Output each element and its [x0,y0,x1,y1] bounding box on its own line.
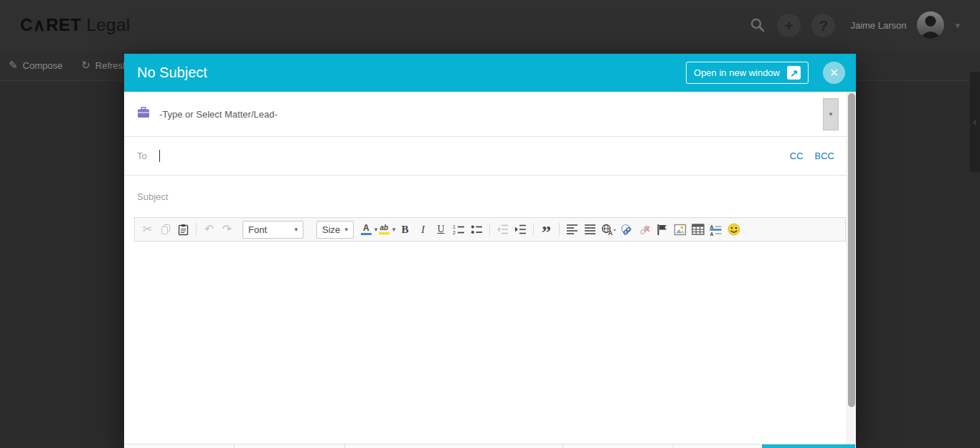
refresh-icon: ↻ [81,59,90,72]
increase-indent-icon[interactable] [512,220,529,239]
question-icon: ? [819,18,829,33]
svg-text:A: A [710,224,714,229]
horizontal-rule-icon[interactable]: AA [707,220,725,239]
chevron-down-icon: ▾ [344,226,348,233]
plus-icon: + [785,18,793,33]
modal-header: No Subject Open in new window ↗ × [124,54,856,92]
footer-divider [673,444,674,448]
modal-title: No Subject [137,65,686,81]
logo-text: C∧RET [20,15,81,34]
size-dropdown[interactable]: Size ▾ [316,221,354,239]
user-name: Jaime Larson [850,20,906,31]
matter-dropdown-button[interactable]: ▼ [823,98,839,130]
bold-icon[interactable]: B [396,220,414,239]
svg-text:2: 2 [453,230,456,235]
modal-scrollbar [847,92,856,444]
search-icon[interactable] [749,16,766,34]
chevron-down-icon: ▾ [374,226,378,233]
cc-bcc-links: CC BCC [790,151,834,161]
close-button[interactable]: × [823,62,845,84]
toolbar-separator [489,223,490,236]
toolbar-separator [559,223,560,236]
logo-caret-mark: ∧ [33,15,46,34]
text-color-icon[interactable]: A ▾ [360,220,378,239]
justify-icon[interactable] [581,220,599,239]
dropdown-arrow-icon: ▼ [828,111,834,118]
redo-icon[interactable]: ↷ [218,220,236,239]
external-link-icon: ↗ [787,66,801,80]
help-button[interactable]: ? [811,14,835,37]
svg-text:A: A [608,229,613,236]
chevron-down-icon: ▾ [392,226,396,233]
blockquote-icon[interactable]: ” [537,220,555,239]
anchor-flag-icon[interactable] [653,220,671,239]
paste-icon[interactable] [174,220,192,239]
highlight-color-icon[interactable]: ab ▾ [378,220,396,239]
app-logo: C∧RETLegal [20,15,131,35]
insert-table-icon[interactable] [689,220,707,239]
avatar[interactable] [917,11,944,39]
cc-link[interactable]: CC [790,151,804,161]
footer-divider [344,444,345,448]
chevron-left-icon: ‹ [973,115,976,128]
pencil-icon: ✎ [9,59,18,72]
undo-icon[interactable]: ↶ [200,220,218,239]
briefcase-icon [137,107,150,121]
rich-text-toolbar: ✂ ↶ ↷ Font ▾ Size ▾ A ▾ ab [134,217,846,242]
header-actions: + ? Jaime Larson ▾ [749,11,960,39]
insert-image-icon[interactable] [671,220,689,239]
font-dropdown[interactable]: Font ▾ [242,221,303,239]
bcc-link[interactable]: BCC [815,151,834,161]
underline-icon[interactable]: U [432,220,450,239]
open-in-new-window-button[interactable]: Open in new window ↗ [686,62,809,84]
to-field-row: To CC BCC [124,137,856,176]
chevron-down-icon: ▾ [294,226,298,233]
text-cursor [159,150,160,162]
remove-link-icon[interactable] [635,220,653,239]
scrollbar-thumb[interactable] [848,93,855,407]
to-input[interactable] [161,151,843,161]
svg-text:A: A [710,231,714,236]
copy-icon[interactable] [156,220,174,239]
app-header: C∧RETLegal + ? Jaime Larson ▾ [0,0,980,50]
insert-link-icon[interactable] [617,220,635,239]
collapsed-side-panel[interactable]: ‹ [970,72,980,172]
subject-input[interactable] [137,191,808,202]
add-button[interactable]: + [777,14,801,37]
language-icon[interactable]: A [599,220,617,239]
matter-select-field[interactable]: -Type or Select Matter/Lead- ▼ [124,92,856,137]
refresh-button[interactable]: ↻ Refresh [81,59,128,72]
footer-divider [562,444,563,448]
emoji-icon[interactable] [725,220,743,239]
subject-field-row [124,176,856,217]
email-body-editor[interactable] [124,242,856,444]
user-menu-chevron-down-icon[interactable]: ▾ [955,20,960,31]
cut-icon[interactable]: ✂ [138,220,156,239]
to-label: To [137,151,147,161]
align-left-icon[interactable] [563,220,581,239]
decrease-indent-icon[interactable] [494,220,512,239]
app-window: C∧RETLegal + ? Jaime Larson ▾ ✎ Compose … [0,0,980,448]
toolbar-separator [196,223,197,236]
send-button-edge[interactable] [762,444,855,448]
footer-divider [234,444,235,448]
matter-select-value: -Type or Select Matter/Lead- [159,109,278,120]
bulleted-list-icon[interactable] [468,220,486,239]
numbered-list-icon[interactable]: 12 [450,220,468,239]
compose-email-modal: No Subject Open in new window ↗ × -Type … [124,54,856,448]
compose-button[interactable]: ✎ Compose [9,59,62,72]
italic-icon[interactable]: I [414,220,432,239]
svg-text:1: 1 [453,224,456,229]
close-icon: × [830,65,839,81]
toolbar-separator [533,223,534,236]
modal-footer-edge [124,444,856,448]
